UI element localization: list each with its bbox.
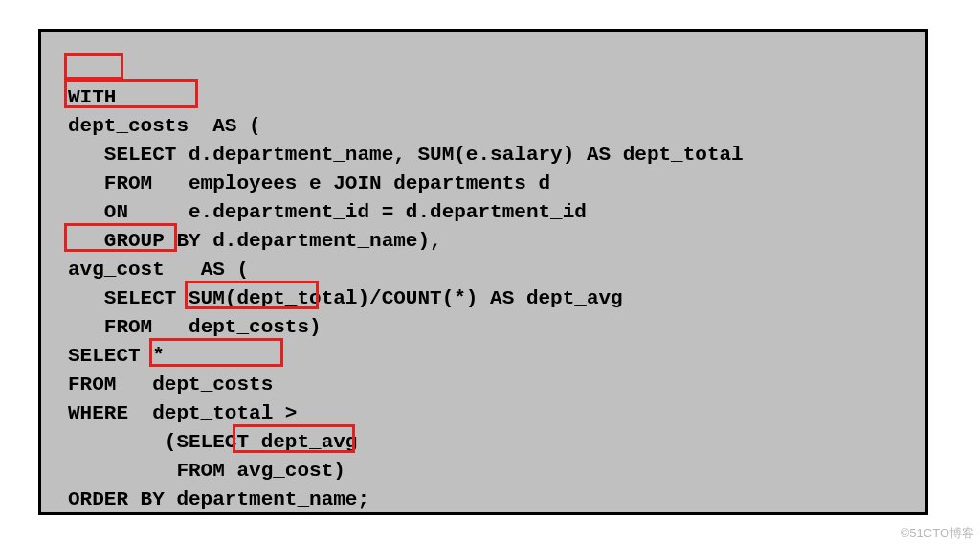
code-line-5: ON e.department_id = d.department_id — [68, 201, 587, 223]
code-line-11a: FROM — [68, 374, 152, 396]
highlight-with — [64, 53, 123, 79]
code-line-7b: AS ( — [165, 259, 249, 281]
cte-ref-avg-cost: avg_cost) — [236, 460, 345, 482]
cte-name-avg-cost: avg_cost — [68, 259, 165, 281]
cte-ref-dept-costs-2: dept_costs — [152, 374, 273, 396]
code-line-9a: FROM — [68, 316, 189, 338]
highlight-dept-costs-ref2 — [149, 338, 283, 367]
code-line-9c: ) — [309, 316, 322, 338]
cte-ref-dept-costs-1: dept_costs — [189, 316, 309, 338]
code-line-2b: AS ( — [189, 115, 261, 137]
code-line-12: WHERE dept_total > — [68, 402, 297, 424]
highlight-dept-costs-ref1 — [185, 281, 319, 309]
code-frame: WITH dept_costs AS ( SELECT d.department… — [38, 29, 928, 515]
code-line-14a: FROM — [68, 460, 236, 482]
sql-code-block: WITH dept_costs AS ( SELECT d.department… — [41, 32, 925, 544]
code-line-8: SELECT SUM(dept_total)/COUNT(*) AS dept_… — [68, 287, 623, 309]
watermark-text: ©51CTO博客 — [901, 525, 974, 542]
code-line-4: FROM employees e JOIN departments d — [68, 172, 550, 194]
highlight-avg-cost-ref — [233, 424, 355, 453]
highlight-dept-costs-def — [64, 79, 198, 108]
code-line-3: SELECT d.department_name, SUM(e.salary) … — [68, 144, 744, 166]
highlight-avg-cost-def — [64, 223, 177, 252]
code-line-15: ORDER BY department_name; — [68, 488, 369, 510]
cte-name-dept-costs: dept_costs — [68, 115, 189, 137]
